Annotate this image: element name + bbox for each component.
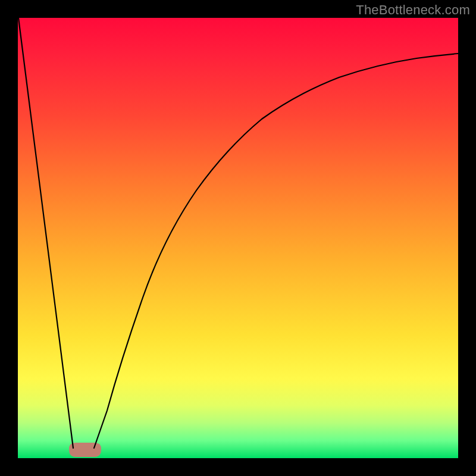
plot-area — [18, 18, 458, 458]
watermark-text: TheBottleneck.com — [356, 2, 470, 18]
left-descent-line — [18, 18, 73, 448]
right-rise-line — [94, 54, 458, 448]
valley-pill — [69, 443, 101, 457]
curve-layer — [18, 18, 458, 458]
chart-frame: TheBottleneck.com — [0, 0, 476, 476]
